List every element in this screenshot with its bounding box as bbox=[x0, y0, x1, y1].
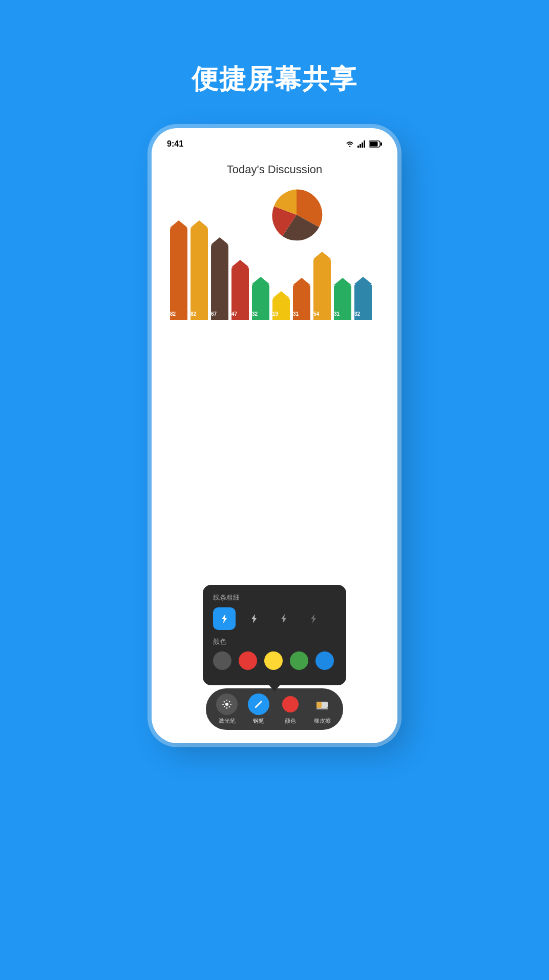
bar-item-3: 47 bbox=[231, 260, 249, 320]
bar-body-2: 67 bbox=[211, 244, 228, 320]
bar-item-2: 67 bbox=[211, 237, 228, 320]
color-icon bbox=[281, 695, 300, 713]
color-btn-red[interactable] bbox=[239, 651, 257, 670]
thickness-label: 线条粗细 bbox=[213, 593, 336, 602]
bar-arrow-0 bbox=[170, 220, 187, 228]
color-label: 颜色 bbox=[213, 637, 336, 646]
bar-label-7: 54 bbox=[313, 311, 319, 317]
svg-rect-2 bbox=[362, 142, 363, 148]
wifi-icon bbox=[345, 140, 354, 148]
svg-rect-0 bbox=[357, 146, 359, 148]
bar-chart: 82826747321931543132 bbox=[170, 217, 379, 320]
bar-item-0: 82 bbox=[170, 220, 187, 320]
popup-panel: 线条粗细 bbox=[203, 585, 346, 685]
pen-icon-circle bbox=[248, 693, 269, 715]
laser-icon-circle bbox=[216, 693, 238, 715]
svg-rect-1 bbox=[360, 144, 361, 148]
pen-label: 钢笔 bbox=[253, 717, 264, 725]
thickness-row bbox=[213, 607, 336, 630]
thickness-btn-1[interactable] bbox=[213, 607, 236, 630]
bar-arrow-7 bbox=[313, 252, 331, 259]
tool-pen[interactable]: 钢笔 bbox=[248, 693, 269, 725]
bar-body-3: 47 bbox=[231, 267, 249, 320]
svg-point-7 bbox=[225, 703, 228, 706]
tool-laser[interactable]: 激光笔 bbox=[216, 693, 238, 725]
bottom-toolbar: 激光笔 钢笔 颜 bbox=[206, 688, 343, 730]
bar-body-6: 31 bbox=[293, 285, 310, 320]
thickness-btn-2[interactable] bbox=[243, 607, 265, 630]
bar-body-7: 54 bbox=[313, 259, 331, 320]
bar-body-4: 32 bbox=[252, 284, 269, 320]
color-btn-gray[interactable] bbox=[213, 651, 231, 670]
bar-body-5: 19 bbox=[272, 298, 290, 320]
lightning-icon-3 bbox=[278, 613, 289, 624]
svg-line-12 bbox=[224, 701, 225, 702]
phone-toolbar-area: 线条粗细 bbox=[155, 585, 394, 740]
chart-container: 82826747321931543132 bbox=[165, 187, 384, 320]
bar-label-0: 82 bbox=[170, 311, 176, 317]
svg-rect-5 bbox=[381, 142, 382, 146]
bar-item-9: 32 bbox=[354, 277, 372, 320]
bar-label-3: 47 bbox=[231, 311, 237, 317]
thickness-btn-4[interactable] bbox=[302, 607, 325, 630]
page-title: 便捷屏幕共享 bbox=[192, 62, 357, 97]
bar-body-1: 82 bbox=[191, 228, 208, 320]
bar-arrow-4 bbox=[252, 277, 269, 284]
svg-line-15 bbox=[224, 706, 225, 707]
bar-label-4: 32 bbox=[252, 311, 258, 317]
svg-rect-3 bbox=[364, 140, 365, 148]
bar-item-1: 82 bbox=[191, 220, 208, 320]
bar-body-0: 82 bbox=[170, 228, 187, 320]
thickness-btn-3[interactable] bbox=[272, 607, 295, 630]
tool-eraser[interactable]: 橡皮擦 bbox=[311, 693, 333, 725]
bar-arrow-6 bbox=[293, 278, 310, 285]
color-tool-label: 颜色 bbox=[285, 717, 296, 725]
svg-rect-18 bbox=[316, 702, 322, 708]
status-icons bbox=[345, 140, 382, 148]
tool-color[interactable]: 颜色 bbox=[280, 693, 301, 725]
bar-item-6: 31 bbox=[293, 278, 310, 320]
bar-label-2: 67 bbox=[211, 311, 217, 317]
pen-icon bbox=[253, 699, 264, 710]
svg-point-16 bbox=[282, 696, 299, 712]
laser-label: 激光笔 bbox=[219, 717, 236, 725]
svg-line-13 bbox=[229, 706, 230, 707]
status-bar: 9:41 bbox=[155, 131, 394, 153]
bar-label-1: 82 bbox=[191, 311, 196, 317]
phone-content: Today's Discussion 82826747321931543132 bbox=[155, 153, 394, 585]
laser-icon bbox=[221, 699, 233, 710]
color-btn-yellow[interactable] bbox=[264, 651, 283, 670]
svg-line-14 bbox=[229, 701, 230, 702]
eraser-icon-circle bbox=[311, 693, 333, 715]
color-row bbox=[213, 651, 336, 670]
bar-item-7: 54 bbox=[313, 252, 331, 320]
color-btn-green[interactable] bbox=[290, 651, 308, 670]
bar-body-8: 31 bbox=[334, 285, 351, 320]
bar-label-6: 31 bbox=[293, 311, 299, 317]
bar-arrow-8 bbox=[334, 278, 351, 285]
bar-item-5: 19 bbox=[272, 291, 290, 320]
bar-label-8: 31 bbox=[334, 311, 340, 317]
color-btn-blue[interactable] bbox=[315, 651, 334, 670]
chart-title: Today's Discussion bbox=[227, 163, 322, 176]
phone-mockup: 9:41 Today's Discussion bbox=[152, 128, 397, 743]
bar-arrow-9 bbox=[354, 277, 372, 284]
lightning-icon-4 bbox=[308, 613, 319, 624]
lightning-icon-2 bbox=[248, 613, 260, 624]
bar-body-9: 32 bbox=[354, 284, 372, 320]
bar-label-5: 19 bbox=[272, 311, 278, 317]
bar-item-4: 32 bbox=[252, 277, 269, 320]
status-time: 9:41 bbox=[167, 139, 183, 149]
battery-icon bbox=[369, 140, 382, 148]
bar-arrow-5 bbox=[272, 291, 290, 298]
color-icon-circle bbox=[280, 693, 301, 715]
bar-arrow-1 bbox=[191, 220, 208, 228]
bar-arrow-3 bbox=[231, 260, 249, 267]
svg-rect-6 bbox=[370, 142, 378, 147]
bar-arrow-2 bbox=[211, 237, 228, 244]
bar-label-9: 32 bbox=[354, 311, 360, 317]
eraser-label: 橡皮擦 bbox=[314, 717, 331, 725]
signal-icon bbox=[357, 140, 366, 148]
eraser-icon bbox=[315, 698, 329, 711]
lightning-icon-1 bbox=[219, 613, 230, 624]
